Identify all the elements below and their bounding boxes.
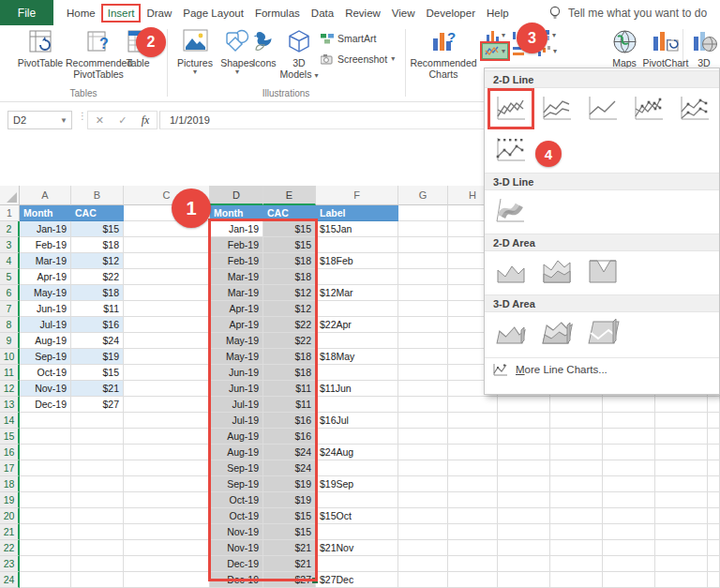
cell-D11[interactable]: Jun-19: [210, 365, 263, 381]
tab-file[interactable]: File: [0, 0, 53, 25]
cell-E21[interactable]: $15: [263, 524, 316, 540]
cell-H23[interactable]: [448, 556, 498, 572]
row-header-13[interactable]: 13: [0, 397, 20, 413]
cell-E19[interactable]: $19: [263, 492, 316, 508]
cell-E18[interactable]: $19: [263, 476, 316, 492]
cell[interactable]: [655, 413, 708, 429]
cell[interactable]: [498, 572, 550, 588]
cell-G14[interactable]: [398, 413, 448, 429]
cell-C19[interactable]: [124, 492, 210, 508]
cell-A11[interactable]: Oct-19: [20, 365, 71, 381]
select-all-corner[interactable]: [0, 186, 20, 205]
menu-item-3d-area[interactable]: [492, 317, 530, 349]
cell[interactable]: [550, 476, 603, 492]
pivottable-button[interactable]: PivotTable: [13, 29, 68, 68]
tab-review[interactable]: Review: [339, 4, 386, 23]
cell-A19[interactable]: [20, 492, 71, 508]
cell-F10[interactable]: $18May: [316, 349, 398, 365]
cell[interactable]: [498, 540, 550, 556]
cell[interactable]: [498, 397, 550, 413]
cell[interactable]: [603, 540, 655, 556]
row-header-2[interactable]: 2: [0, 221, 20, 237]
col-header-G[interactable]: G: [398, 186, 448, 205]
cell-A10[interactable]: Sep-19: [20, 349, 71, 365]
cell-B5[interactable]: $22: [71, 269, 124, 285]
row-header-5[interactable]: 5: [0, 269, 20, 285]
cell-B20[interactable]: [71, 508, 124, 524]
cell-A7[interactable]: Jun-19: [20, 301, 71, 317]
cell[interactable]: [550, 445, 603, 460]
cell[interactable]: [550, 429, 603, 445]
menu-item-100-stacked-line[interactable]: [584, 93, 622, 125]
cell[interactable]: [498, 556, 550, 572]
cell-C16[interactable]: [124, 445, 210, 460]
cell-D21[interactable]: Nov-19: [210, 524, 263, 540]
menu-item-100-stacked-line-with-markers[interactable]: [492, 134, 530, 166]
row-header-16[interactable]: 16: [0, 445, 20, 460]
menu-item-stacked-line[interactable]: [538, 93, 576, 125]
row-header-11[interactable]: 11: [0, 365, 20, 381]
cell-E1[interactable]: CAC: [263, 205, 316, 221]
cell-D7[interactable]: Apr-19: [210, 301, 263, 317]
row-header-12[interactable]: 12: [0, 381, 20, 397]
cell-B19[interactable]: [71, 492, 124, 508]
cell-G20[interactable]: [398, 508, 448, 524]
cell-G3[interactable]: [398, 237, 448, 253]
menu-item-line[interactable]: [492, 93, 530, 125]
cell-H13[interactable]: [448, 397, 498, 413]
col-header-E[interactable]: E: [263, 186, 316, 205]
cell[interactable]: [603, 492, 655, 508]
menu-item-stacked-line-with-markers[interactable]: [676, 93, 713, 125]
cell-B4[interactable]: $12: [71, 253, 124, 269]
tell-me-box[interactable]: Tell me what you want to do: [548, 0, 707, 25]
cell-F6[interactable]: $12Mar: [316, 285, 398, 301]
cell-D15[interactable]: Aug-19: [210, 429, 263, 445]
cell[interactable]: [498, 476, 550, 492]
cell-D16[interactable]: Aug-19: [210, 445, 263, 460]
cell-A23[interactable]: [20, 556, 71, 572]
cell-B17[interactable]: [71, 460, 124, 476]
cell-D18[interactable]: Sep-19: [210, 476, 263, 492]
cell-H22[interactable]: [448, 540, 498, 556]
cell-A12[interactable]: Nov-19: [20, 381, 71, 397]
cell-A22[interactable]: [20, 540, 71, 556]
cell-A5[interactable]: Apr-19: [20, 269, 71, 285]
cell-A14[interactable]: [20, 413, 71, 429]
cell-D10[interactable]: May-19: [210, 349, 263, 365]
cell[interactable]: [655, 572, 708, 588]
cell-E3[interactable]: $15: [263, 237, 316, 253]
cell-C13[interactable]: [124, 397, 210, 413]
cell[interactable]: [550, 524, 603, 540]
cell-B13[interactable]: $27: [71, 397, 124, 413]
row-header-18[interactable]: 18: [0, 476, 20, 492]
cell[interactable]: [498, 524, 550, 540]
cell-H15[interactable]: [448, 429, 498, 445]
cell[interactable]: [655, 492, 708, 508]
cell-C9[interactable]: [124, 333, 210, 349]
cell-E17[interactable]: $24: [263, 460, 316, 476]
cell[interactable]: [655, 445, 708, 460]
cell-A9[interactable]: Aug-19: [20, 333, 71, 349]
smartart-button[interactable]: SmartArt: [321, 33, 376, 44]
cell[interactable]: [498, 413, 550, 429]
cell[interactable]: [603, 556, 655, 572]
cell-G12[interactable]: [398, 381, 448, 397]
cell-A20[interactable]: [20, 508, 71, 524]
cell[interactable]: [498, 508, 550, 524]
cell[interactable]: [708, 445, 720, 460]
fill-handle[interactable]: [312, 578, 318, 583]
cell-E2[interactable]: $15: [263, 221, 316, 237]
cell-F11[interactable]: [316, 365, 398, 381]
row-header-9[interactable]: 9: [0, 333, 20, 349]
cell[interactable]: [655, 508, 708, 524]
cell-E20[interactable]: $15: [263, 508, 316, 524]
cell-F18[interactable]: $19Sep: [316, 476, 398, 492]
cell-E9[interactable]: $22: [263, 333, 316, 349]
cell[interactable]: [708, 429, 720, 445]
cell-H18[interactable]: [448, 476, 498, 492]
cell-G21[interactable]: [398, 524, 448, 540]
cell-F4[interactable]: $18Feb: [316, 253, 398, 269]
cell-D23[interactable]: Dec-19: [210, 556, 263, 572]
row-header-24[interactable]: 24: [0, 572, 20, 588]
cell-E24[interactable]: $27: [263, 572, 316, 588]
